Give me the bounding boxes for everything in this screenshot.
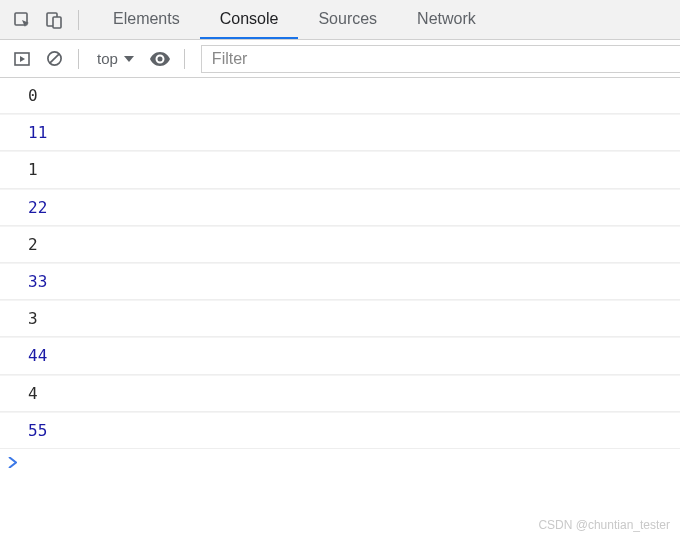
- log-row[interactable]: 3: [0, 300, 680, 337]
- context-label: top: [97, 50, 118, 67]
- log-row[interactable]: 4: [0, 375, 680, 412]
- divider: [78, 49, 79, 69]
- tab-elements[interactable]: Elements: [93, 0, 200, 39]
- inspect-element-icon[interactable]: [8, 6, 36, 34]
- log-row[interactable]: 11: [0, 114, 680, 151]
- log-row[interactable]: 1: [0, 151, 680, 188]
- log-row[interactable]: 33: [0, 263, 680, 300]
- live-expression-icon[interactable]: [146, 45, 174, 73]
- clear-console-icon[interactable]: [40, 45, 68, 73]
- console-toolbar: top: [0, 40, 680, 78]
- device-toolbar-icon[interactable]: [40, 6, 68, 34]
- devtools-tabbar: Elements Console Sources Network: [0, 0, 680, 40]
- filter-input[interactable]: [201, 45, 680, 73]
- log-row[interactable]: 2: [0, 226, 680, 263]
- log-row[interactable]: 0: [0, 78, 680, 114]
- log-row[interactable]: 22: [0, 189, 680, 226]
- divider: [184, 49, 185, 69]
- divider: [78, 10, 79, 30]
- panel-tabs: Elements Console Sources Network: [93, 0, 496, 39]
- svg-line-5: [49, 54, 58, 63]
- watermark: CSDN @chuntian_tester: [538, 518, 670, 532]
- console-output: 0 11 1 22 2 33 3 44 4 55: [0, 78, 680, 449]
- tab-network[interactable]: Network: [397, 0, 496, 39]
- console-prompt[interactable]: [0, 449, 680, 477]
- log-row[interactable]: 55: [0, 412, 680, 449]
- tab-sources[interactable]: Sources: [298, 0, 397, 39]
- toggle-sidebar-icon[interactable]: [8, 45, 36, 73]
- tab-console[interactable]: Console: [200, 0, 299, 39]
- svg-rect-2: [53, 17, 61, 28]
- chevron-down-icon: [124, 54, 134, 64]
- chevron-right-icon: [8, 457, 17, 468]
- execution-context-selector[interactable]: top: [89, 50, 142, 67]
- log-row[interactable]: 44: [0, 337, 680, 374]
